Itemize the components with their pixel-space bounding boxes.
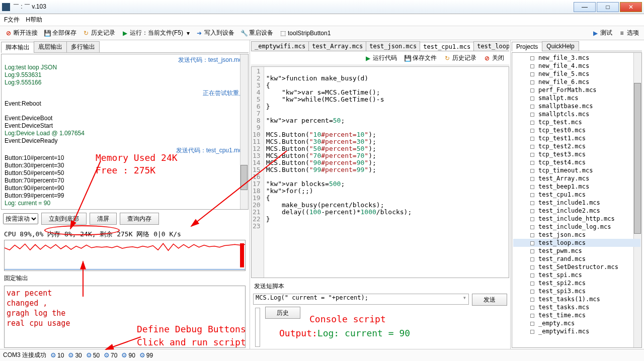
send-history-button[interactable]: 历史 [265, 307, 300, 319]
file-tab[interactable]: test_json.mcs [366, 41, 420, 51]
log-line: Button:50#percent=50 [5, 169, 245, 177]
project-file[interactable]: smallptcls.mcs [513, 110, 640, 118]
close-icon: ⊘ [484, 55, 491, 62]
window-title: ￣ : ￣ v.103 [13, 3, 573, 11]
history-button[interactable]: ↻历史记录 [80, 28, 117, 38]
log-pane[interactable]: 发送代码：test_json.mcs Log:test loop JSON Lo… [1, 54, 249, 210]
editor-history-button[interactable]: ↻历史记录 [442, 53, 478, 63]
tab-projects[interactable]: Projects [512, 42, 542, 51]
code-editor[interactable]: 1234567891011121314151617181920212223 "k… [251, 66, 509, 278]
project-file[interactable]: smallpt.mcs [513, 94, 640, 102]
editor-run-button[interactable]: ▶运行代码 [362, 53, 399, 63]
project-file[interactable]: test_cpu1.mcs [513, 191, 640, 199]
send-script-label: 发送短脚本 [251, 280, 509, 293]
file-tab[interactable]: _emptywifi.mcs [251, 41, 309, 51]
saveall-button[interactable]: 💾全部保存 [42, 28, 78, 38]
editor-close-button[interactable]: ⊘关闭 [481, 53, 506, 63]
project-file[interactable]: test_include2.mcs [513, 207, 640, 215]
project-tree[interactable]: new_file_3.mcsnew_file_4.mcsnew_file_5.m… [512, 52, 642, 348]
project-file[interactable]: test_loop.mcs [513, 239, 640, 247]
scroll-mode-select[interactable]: 按需滚动 [3, 213, 38, 224]
project-file[interactable]: test_beep1.mcs [513, 183, 640, 191]
minimize-button[interactable]: — [574, 2, 596, 12]
log-line: Button:90#percent=90 [5, 185, 245, 192]
project-file[interactable]: new_file_6.mcs [513, 78, 640, 86]
fixed-output-pane: var pecent changed , gragh log the real … [4, 286, 246, 348]
project-file[interactable]: test_SetDestructor.mcs [513, 263, 640, 271]
debug-btn-30[interactable]: ⚙30 [68, 351, 82, 359]
tab-lowlevel-output[interactable]: 底层输出 [34, 41, 67, 52]
titlebar: ￣ : ￣ v.103 — □ ✕ [0, 0, 644, 14]
toolbar: ⊘断开连接 💾全部保存 ↻历史记录 ▶运行：当前文件(F5)▾ ➜写入到设备 🔧… [0, 26, 644, 40]
disconnect-button[interactable]: ⊘断开连接 [3, 28, 40, 38]
querymem-button[interactable]: 查询内存 [120, 213, 159, 225]
debug-btn-70[interactable]: ⚙70 [104, 351, 117, 359]
project-file[interactable]: smallptbase.mcs [513, 102, 640, 110]
project-file[interactable]: tcp_timeout.mcs [513, 166, 640, 174]
project-file[interactable]: tcp_test4.mcs [513, 158, 640, 166]
project-file[interactable]: tcp_test3.mcs [513, 150, 640, 158]
scroll-bottom-button[interactable]: 立刻到底部 [41, 213, 87, 225]
project-file[interactable]: tcp_test0.mcs [513, 126, 640, 134]
send-script-input[interactable]: MCS.Log(" current = "+percent);▾ [253, 294, 469, 305]
gear-icon: ⚙ [139, 351, 145, 359]
project-file[interactable]: test_spi2.mcs [513, 279, 640, 287]
file-tab[interactable]: test_Array.mcs [308, 41, 366, 51]
debug-btn-50[interactable]: ⚙50 [86, 351, 100, 359]
menu-help[interactable]: H帮助 [26, 16, 42, 24]
project-file[interactable]: test_spi.mcs [513, 271, 640, 279]
project-file[interactable]: new_file_5.mcs [513, 70, 640, 78]
project-file[interactable]: test_tasks.mcs [513, 303, 640, 311]
file-tab[interactable]: test_loop.mcs [473, 41, 509, 51]
debug-btn-90[interactable]: ⚙90 [121, 351, 135, 359]
log-scrollbar[interactable] [240, 54, 248, 209]
project-file[interactable]: test_rand.mcs [513, 255, 640, 263]
toolstrip-button[interactable]: ⬚toolStripButton1 [277, 29, 333, 38]
debug-btn-10[interactable]: ⚙10 [50, 351, 64, 359]
project-file[interactable]: tcp_test1.mcs [513, 134, 640, 142]
project-file[interactable]: tcp_test2.mcs [513, 142, 640, 150]
project-file[interactable]: new_file_4.mcs [513, 62, 640, 70]
play-icon: ▶ [121, 30, 128, 37]
project-file[interactable]: tcp_test.mcs [513, 118, 640, 126]
gear-icon: ⚙ [68, 351, 74, 359]
history-icon: ↻ [444, 55, 451, 62]
tab-quickhelp[interactable]: QuickHelp [542, 41, 579, 51]
run-button[interactable]: ▶运行：当前文件(F5)▾ [119, 28, 192, 38]
log-line: 正在尝试软重启 [203, 89, 245, 97]
project-file[interactable]: test_include_log.mcs [513, 223, 640, 231]
project-file[interactable]: test_time.mcs [513, 311, 640, 319]
options-button[interactable]: ≡选项 [616, 28, 641, 38]
project-file[interactable]: test_Array.mcs [513, 174, 640, 183]
resetdev-button[interactable]: 🔧重启设备 [238, 28, 275, 38]
log-line: Event:Reboot [5, 100, 245, 108]
cpu-mem-status: CPU 89%,0% 内存 8%, 24K, 剩余 275K 网络 0|0 K/… [1, 228, 249, 239]
project-file[interactable]: perf_ForMath.mcs [513, 86, 640, 94]
project-file[interactable]: test_pwm.mcs [513, 247, 640, 255]
menubar: F文件 H帮助 [0, 14, 644, 26]
test-button[interactable]: ▶测试 [590, 28, 614, 38]
writedev-button[interactable]: ➜写入到设备 [194, 28, 236, 38]
debug-btn-99[interactable]: ⚙99 [139, 351, 153, 359]
project-file[interactable]: test_json.mcs [513, 231, 640, 239]
clear-button[interactable]: 清屏 [90, 213, 117, 225]
editor-save-button[interactable]: 💾保存文件 [402, 53, 439, 63]
project-file[interactable]: test_tasks(1).mcs [513, 295, 640, 303]
file-tab-active[interactable]: test_cpu1.mcs [420, 42, 474, 51]
fixed-output-label: 固定输出 [1, 272, 249, 285]
tab-multiline-output[interactable]: 多行输出 [66, 41, 100, 52]
send-button[interactable]: 发送 [472, 294, 507, 306]
project-file[interactable]: new_file_3.mcs [513, 54, 640, 62]
project-file[interactable]: test_include1.mcs [513, 199, 640, 207]
project-file[interactable]: test_include_http.mcs [513, 215, 640, 223]
project-file[interactable]: _emptywifi.mcs [513, 327, 640, 335]
menu-file[interactable]: F文件 [4, 16, 20, 24]
project-file[interactable]: test_spi3.mcs [513, 287, 640, 295]
app-icon [2, 3, 10, 11]
close-button[interactable]: ✕ [620, 2, 642, 12]
tab-script-output[interactable]: 脚本输出 [1, 42, 34, 53]
log-line: 发送代码：test_cpu1.mcs [176, 147, 245, 154]
maximize-button[interactable]: □ [597, 2, 619, 12]
project-file[interactable]: _empty.mcs [513, 319, 640, 327]
log-line: Log: current = 90 [5, 200, 245, 207]
